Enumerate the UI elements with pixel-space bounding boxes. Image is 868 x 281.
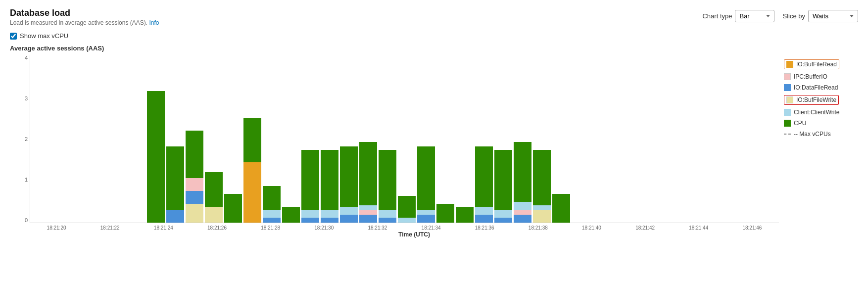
bar-group [456, 207, 474, 223]
bar-group [321, 150, 338, 223]
bars-container [30, 55, 779, 223]
bar-segment-cl [533, 205, 551, 210]
bar-segment-ipc [186, 178, 203, 191]
bar-segment-cpu [186, 131, 203, 178]
bar-segment-iod [359, 215, 377, 223]
bar-segment-cl [514, 202, 531, 210]
bar-segment-cl [417, 210, 435, 215]
bar-segment-ipc [514, 210, 531, 215]
bar-segment-ior [243, 162, 261, 223]
slice-by-label: Slice by [782, 12, 805, 20]
bar-segment-iow [186, 204, 203, 223]
chart-type-select[interactable]: Bar Line [735, 10, 774, 22]
bar-group [514, 142, 531, 223]
bar-segment-cpu [301, 150, 319, 210]
legend-item-cpu: CPU [784, 120, 858, 127]
page-title: Database load [10, 8, 159, 18]
bar-segment-cl [494, 210, 512, 218]
bar-segment-cpu [552, 194, 570, 223]
bar-group [282, 207, 300, 223]
bar-segment-cpu [379, 150, 396, 210]
legend-item-io-datafileread: IO:DataFileRead [784, 84, 858, 91]
bar-group [301, 150, 319, 223]
legend-color-io-datafileread [784, 84, 791, 91]
bar-segment-cl [475, 207, 493, 215]
show-max-vcpu-checkbox[interactable] [10, 33, 17, 40]
chart-plot [30, 55, 779, 223]
bar-group [379, 150, 396, 223]
bar-segment-iow [205, 207, 223, 223]
bar-segment-ipc [359, 210, 377, 215]
bar-group [475, 146, 493, 223]
bar-segment-cl [379, 210, 396, 218]
legend-item-io-buffileread: IO:BufFileRead [784, 59, 858, 69]
bar-segment-cpu [436, 204, 454, 223]
chart-title: Average active sessions (AAS) [10, 45, 779, 52]
bar-segment-cpu [243, 118, 261, 163]
bar-segment-cpu [494, 150, 512, 210]
legend-color-ipc-bufferio [784, 73, 791, 80]
legend-item-io-buffilewrite: IO:BufFileWrite [784, 95, 858, 105]
bar-group [417, 146, 435, 223]
bar-segment-cpu [456, 207, 474, 223]
bar-segment-iod [340, 215, 358, 223]
bar-segment-cl [359, 205, 377, 210]
bar-segment-iod [166, 210, 184, 223]
bar-segment-cpu [224, 194, 242, 223]
bar-group [224, 194, 242, 223]
bar-group [436, 204, 454, 223]
bar-segment-cpu [514, 142, 531, 202]
bar-segment-cpu [205, 172, 223, 207]
legend-color-client-clientwrite [784, 109, 791, 116]
bar-segment-cpu [263, 186, 281, 210]
legend-color-io-buffileread [786, 61, 793, 68]
bar-group [166, 146, 184, 223]
bar-segment-cpu [475, 146, 493, 207]
legend-item-client-clientwrite: Client:ClientWrite [784, 109, 858, 116]
legend-color-cpu [784, 120, 791, 127]
bar-segment-iod [301, 218, 319, 223]
bar-segment-iod [514, 215, 531, 223]
bar-segment-cl [263, 210, 281, 218]
slice-by-select[interactable]: Waits SQL Users Hosts Commands [808, 10, 858, 22]
bar-group [398, 196, 416, 223]
bar-segment-iow [533, 210, 551, 223]
bar-segment-cpu [147, 91, 165, 223]
show-max-vcpu-label[interactable]: Show max vCPU [20, 32, 68, 40]
bar-group [359, 142, 377, 223]
bar-group [494, 150, 512, 223]
legend: IO:BufFileRead IPC:BufferIO IO:DataFileR… [779, 45, 858, 238]
bar-segment-cpu [340, 146, 358, 207]
bar-segment-cl [301, 210, 319, 218]
bar-group [205, 172, 223, 223]
chart-type-label: Chart type [702, 12, 732, 20]
bar-group [552, 194, 570, 223]
bar-group [340, 146, 358, 223]
bar-segment-iod [263, 218, 281, 223]
bar-segment-cpu [321, 150, 338, 210]
legend-item-ipc-bufferio: IPC:BufferIO [784, 73, 858, 80]
bar-segment-cpu [533, 150, 551, 205]
legend-color-io-buffilewrite [786, 96, 793, 103]
bar-group [533, 150, 551, 223]
bar-group [186, 131, 203, 223]
legend-item-max-vcpus: -- Max vCPUs [784, 131, 858, 138]
bar-segment-iod [321, 218, 338, 223]
bar-segment-cpu [417, 146, 435, 210]
bar-group [263, 186, 281, 223]
chart-container: 4 3 2 1 0 18:21:20 18:21:22 18:21:24 [10, 55, 779, 238]
bar-segment-iod [379, 218, 396, 223]
bar-segment-iod [417, 215, 435, 223]
bar-segment-cl [340, 207, 358, 215]
x-axis-label: Time (UTC) [398, 231, 430, 238]
bar-segment-cl [398, 218, 416, 223]
bar-segment-iod [186, 191, 203, 204]
bar-segment-iod [494, 218, 512, 223]
bar-segment-cpu [166, 146, 184, 210]
y-axis: 4 3 2 1 0 [10, 55, 30, 223]
info-link[interactable]: Info [149, 19, 159, 26]
bar-segment-cl [321, 210, 338, 218]
legend-line-max-vcpus [784, 134, 791, 135]
bar-group [243, 118, 261, 223]
bar-segment-iod [475, 215, 493, 223]
